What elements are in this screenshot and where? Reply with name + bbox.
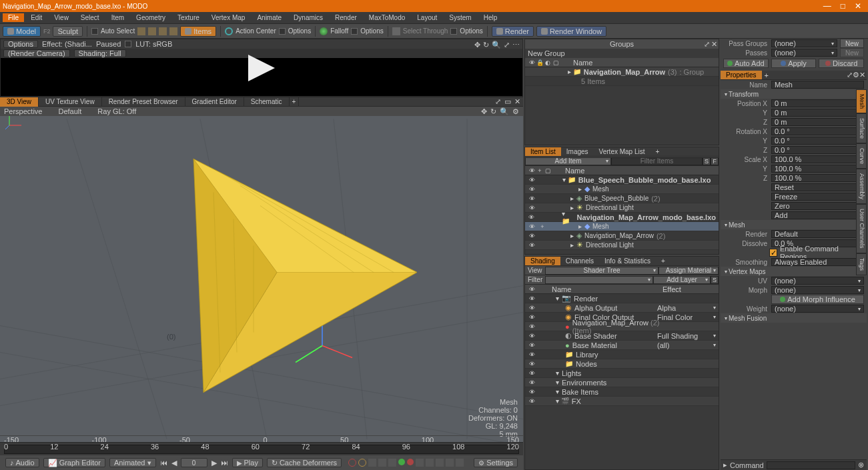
menu-help[interactable]: Help [478, 13, 503, 22]
animated-dropdown[interactable]: Animated▾ [109, 458, 155, 467]
options1-check[interactable] [279, 28, 286, 35]
actioncenter-label[interactable]: Action Center [236, 27, 276, 35]
menu-render[interactable]: Render [330, 13, 362, 22]
transform-header[interactable]: Transform [721, 89, 867, 99]
posy-input[interactable]: 0 m [771, 109, 864, 117]
scly-input[interactable]: 100.0 % [771, 165, 864, 173]
rotz-input[interactable]: 0.0 ° [771, 146, 864, 154]
shading-row[interactable]: 👁● Navigation_Map_Arrow (2) (Item) [525, 322, 719, 331]
shadingtab-2[interactable]: Info & Statistics [599, 257, 656, 265]
command-clear-icon[interactable]: ⊗ [858, 461, 864, 469]
additem-dropdown[interactable]: Add Item [525, 157, 611, 165]
item-row[interactable]: 👁▾ 📁 Navigation_Map_Arrow_modo_base.lxo [525, 213, 719, 222]
item-row[interactable]: 👁+▸ ◆ Mesh [525, 222, 719, 231]
filter-input[interactable] [611, 157, 703, 165]
falloff-icon[interactable] [320, 27, 328, 35]
shadingtab-1[interactable]: Channels [560, 257, 599, 265]
righttab-mesh[interactable]: Mesh [856, 89, 867, 113]
cachedeformers-button[interactable]: ↻Cache Deformers [267, 458, 342, 467]
preview-refresh-icon[interactable]: ↻ [483, 41, 489, 49]
menu-view[interactable]: View [49, 13, 74, 22]
timeline[interactable]: 01224364860728496108120 [0, 442, 523, 455]
rec3-icon[interactable] [398, 459, 405, 465]
viewtab-2[interactable]: Render Preset Browser [102, 97, 185, 107]
falloff-label[interactable]: Falloff [330, 27, 348, 35]
props-expand-icon[interactable]: ⤢ [847, 71, 853, 79]
addlayer-dropdown[interactable]: Add Layer [653, 276, 711, 284]
filter-s-button[interactable]: S [703, 157, 711, 165]
preview-menu-icon[interactable]: ⋯ [512, 41, 520, 49]
morph-dropdown[interactable]: (none) [771, 286, 864, 294]
raygl-dropdown[interactable]: Ray GL: Off [97, 107, 136, 115]
close-button[interactable]: ✕ [855, 1, 861, 11]
autoadd-button[interactable]: Auto Add [723, 59, 769, 68]
vp-expand-icon[interactable]: ⤢ [495, 97, 501, 106]
eye-icon[interactable]: 👁 [528, 59, 536, 66]
grapheditor-button[interactable]: 📈Graph Editor [43, 458, 105, 467]
menu-select[interactable]: Select [75, 13, 105, 22]
cube3-icon[interactable] [159, 27, 167, 35]
shadertree-dropdown[interactable]: Shader Tree [545, 267, 659, 275]
item-row[interactable]: 👁▸ ☀ Directional Light [525, 241, 719, 250]
shadingfilter-dropdown[interactable] [545, 276, 653, 284]
preview-expand-icon[interactable]: ⤢ [504, 41, 510, 49]
render-button[interactable]: Render [492, 26, 534, 37]
minimize-button[interactable]: — [823, 1, 831, 11]
shadingtab-add[interactable]: + [656, 257, 671, 265]
groups-close-icon[interactable]: ✕ [711, 40, 717, 49]
righttab-curve[interactable]: Curve [856, 143, 867, 169]
render-window-button[interactable]: Render Window [536, 26, 606, 37]
shading-row[interactable]: 👁📁 Nodes [525, 359, 719, 369]
weight-dropdown[interactable]: (none) [771, 305, 864, 313]
preview-check[interactable] [125, 41, 131, 47]
viewtab-4[interactable]: Schematic [244, 97, 290, 107]
menu-geometry[interactable]: Geometry [131, 13, 171, 22]
itemtab-2[interactable]: Vertex Map List [594, 147, 650, 156]
passgroups-new-button[interactable]: New [840, 39, 864, 48]
vp-min-icon[interactable]: ▭ [504, 97, 511, 106]
preview-camera[interactable]: (Render Camera) [3, 49, 70, 57]
add-dropdown[interactable]: Add [771, 211, 864, 219]
preview-shading[interactable]: Shading: Full [74, 49, 126, 57]
rec4-icon[interactable] [407, 459, 414, 465]
shading-row[interactable]: 👁▾ Lights [525, 369, 719, 378]
actioncenter-icon[interactable] [225, 27, 233, 35]
props-gear-icon[interactable]: ⚙ [853, 71, 859, 79]
cube1-icon[interactable] [137, 27, 145, 35]
meshfusion-header[interactable]: Mesh Fusion [721, 313, 867, 323]
properties-tab[interactable]: Properties [721, 71, 762, 79]
posx-input[interactable]: 0 m [771, 99, 864, 107]
itemtab-1[interactable]: Images [561, 147, 594, 156]
itemtab-add[interactable]: + [650, 147, 665, 156]
play-prev-icon[interactable]: ◀ [171, 459, 177, 467]
menu-texture[interactable]: Texture [172, 13, 205, 22]
passes-dropdown[interactable]: (none) [771, 49, 837, 57]
righttab-surface[interactable]: Surface [856, 113, 867, 143]
passgroups-dropdown[interactable]: (none) [771, 39, 837, 47]
newgroup-button[interactable]: New Group [528, 49, 565, 57]
key1-icon[interactable] [368, 459, 376, 467]
link3-icon[interactable] [456, 459, 464, 467]
righttab-tags[interactable]: Tags [856, 253, 867, 275]
freeze-dropdown[interactable]: Freeze [771, 193, 864, 201]
preview-zoom-icon[interactable]: 🔍 [492, 41, 501, 49]
settings-button[interactable]: ⚙ Settings [474, 458, 518, 467]
shading-row[interactable]: 👁▾ Bake Items [525, 387, 719, 397]
options2-check[interactable] [351, 28, 358, 35]
apply-button[interactable]: Apply [771, 59, 817, 68]
play-next-icon[interactable]: ▶ [211, 459, 217, 467]
posz-input[interactable]: 0 m [771, 118, 864, 126]
preview-options[interactable]: Options [3, 40, 38, 48]
name-input[interactable]: Mesh [771, 81, 864, 89]
shading-row[interactable]: 👁📁 Library [525, 350, 719, 359]
key2-icon[interactable] [378, 459, 386, 467]
shading-row[interactable]: 👁◉ Alpha OutputAlpha▾ [525, 303, 719, 313]
3d-viewport[interactable]: (0) Mesh Channels: 0 Deformers: ON GL: 9… [0, 116, 523, 442]
perspective-dropdown[interactable]: Perspective [4, 107, 42, 115]
vp-rot-icon[interactable]: ↻ [490, 107, 496, 116]
play-first-icon[interactable]: ⏮ [160, 459, 167, 467]
default-dropdown[interactable]: Default [58, 107, 81, 115]
item-row[interactable]: 👁▸ ☀ Directional Light [525, 203, 719, 213]
shading-row[interactable]: 👁▾ 📷 Render [525, 294, 719, 303]
preview-move-icon[interactable]: ✥ [474, 41, 480, 49]
